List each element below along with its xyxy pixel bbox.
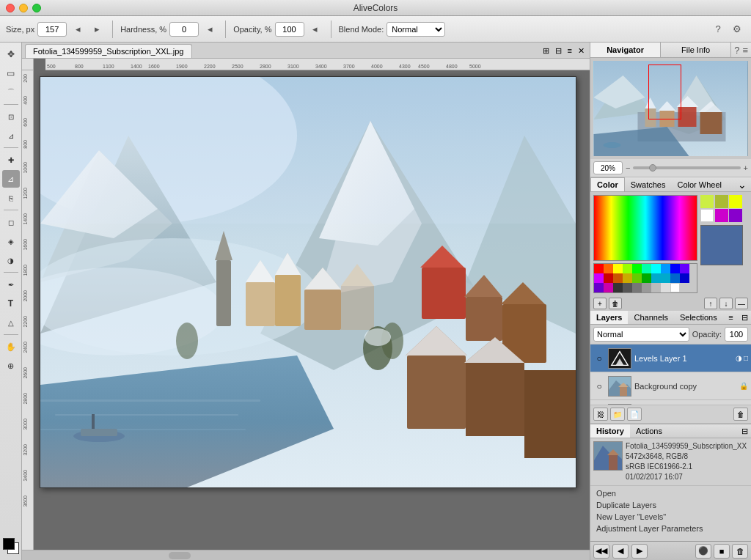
tab-navigator[interactable]: Navigator (590, 43, 661, 57)
zoom-slider-thumb[interactable] (649, 164, 656, 172)
layer-item-bg-copy[interactable]: ○ Background copy 🔒 (590, 372, 751, 400)
color-swatch[interactable] (632, 283, 642, 292)
zoom-tool[interactable]: ⊕ (2, 357, 20, 375)
hardness-icon[interactable]: ◂ (202, 21, 218, 37)
window-controls[interactable] (6, 4, 41, 12)
fill-tool[interactable]: ◈ (2, 232, 20, 250)
stop-record-button[interactable]: ■ (714, 544, 730, 559)
dodge-tool[interactable]: ◑ (2, 251, 20, 269)
hand-tool[interactable]: ✋ (2, 338, 20, 355)
canvas-menu-1[interactable]: ⊞ (541, 45, 552, 56)
zoom-slider[interactable] (633, 166, 740, 169)
mini-swatch[interactable] (729, 209, 742, 222)
canvas-close[interactable]: ✕ (576, 45, 587, 56)
color-swatch[interactable] (651, 264, 661, 273)
size-input[interactable] (37, 22, 67, 37)
color-swatch[interactable] (651, 283, 661, 292)
tab-selections[interactable]: Selections (674, 311, 723, 324)
layer-visibility-levels[interactable]: ○ (593, 353, 605, 364)
more-color-button[interactable]: — (735, 298, 748, 309)
shape-tool[interactable]: △ (2, 314, 20, 331)
canvas-viewport[interactable] (34, 70, 590, 550)
tab-file-info[interactable]: File Info (661, 43, 731, 57)
color-swatch[interactable] (632, 273, 642, 283)
color-swatch[interactable] (623, 283, 632, 292)
delete-history-button[interactable]: 🗑 (732, 544, 748, 559)
photo-canvas[interactable] (40, 77, 576, 487)
opacity-input[interactable] (275, 22, 304, 37)
opacity-icon[interactable]: ◂ (307, 21, 323, 37)
lasso-tool[interactable]: ⌒ (2, 84, 20, 101)
color-swatch[interactable] (604, 273, 613, 283)
size-decrease-icon[interactable]: ◂ (70, 21, 86, 37)
color-swatch[interactable] (594, 273, 604, 283)
history-item-duplicate[interactable]: Duplicate Layers (593, 499, 748, 511)
canvas-menu-3[interactable]: ≡ (565, 45, 574, 56)
zoom-input[interactable] (593, 161, 623, 174)
layer-visibility-bg-copy[interactable]: ○ (593, 380, 605, 392)
new-layer-button[interactable]: 📄 (627, 408, 642, 421)
color-swatch[interactable] (613, 273, 623, 283)
maximize-button[interactable] (32, 4, 41, 12)
minimize-button[interactable] (19, 4, 28, 12)
color-swatch[interactable] (670, 283, 680, 292)
color-swatch[interactable] (680, 264, 689, 273)
clone-tool[interactable]: ⎘ (2, 189, 20, 207)
layers-opacity-input[interactable] (725, 327, 748, 342)
pen-tool[interactable]: ✒ (2, 276, 20, 293)
color-swatch[interactable] (623, 273, 632, 283)
link-layers-button[interactable]: ⛓ (593, 408, 608, 421)
color-swatch-red[interactable] (594, 264, 604, 273)
import-color-button[interactable]: ↓ (719, 298, 733, 309)
history-item-new-layer[interactable]: New Layer "Levels" (593, 511, 748, 523)
hardness-input[interactable] (169, 22, 199, 37)
tab-color[interactable]: Color (590, 177, 625, 191)
eraser-tool[interactable]: ◻ (2, 213, 20, 231)
color-swatch[interactable] (642, 264, 651, 273)
canvas-menu-2[interactable]: ⊟ (553, 45, 564, 56)
playback-start-button[interactable]: ◀◀ (593, 544, 609, 559)
brush-tool[interactable]: ⊿ (2, 170, 20, 188)
selection-tool[interactable]: ▭ (2, 65, 20, 82)
color-swatch[interactable] (670, 264, 680, 273)
layers-blend-select[interactable]: Normal Multiply Screen Overlay (593, 327, 689, 342)
foreground-color-swatch[interactable] (3, 538, 15, 550)
layer-item-levels[interactable]: ○ Levels Layer 1 ◑ □ (590, 345, 751, 372)
move-tool[interactable]: ✥ (2, 45, 20, 63)
color-swatch[interactable] (613, 283, 623, 292)
color-swatch[interactable] (642, 283, 651, 292)
color-picker[interactable] (593, 195, 697, 261)
panel-menu-icon[interactable]: ≡ (742, 45, 748, 56)
color-swatch[interactable] (661, 273, 670, 283)
scrollbar-thumb[interactable] (169, 552, 191, 559)
delete-color-button[interactable]: 🗑 (609, 298, 622, 309)
help-icon[interactable]: ? (710, 21, 726, 37)
color-swatch[interactable] (604, 264, 613, 273)
canvas-tab[interactable]: Fotolia_134599959_Subscription_XXL.jpg (25, 44, 192, 58)
color-swatch[interactable] (642, 273, 651, 283)
eyedropper-tool[interactable]: ⊿ (2, 127, 20, 144)
question-icon[interactable]: ? (734, 45, 739, 56)
playback-back-button[interactable]: ◀ (612, 544, 629, 559)
color-swatch[interactable] (661, 264, 670, 273)
delete-layer-button[interactable]: 🗑 (733, 408, 748, 421)
export-color-button[interactable]: ↑ (704, 298, 717, 309)
horizontal-scrollbar[interactable] (22, 550, 590, 560)
mini-swatch[interactable] (700, 209, 714, 222)
tab-swatches[interactable]: Swatches (625, 178, 672, 191)
settings-icon[interactable]: ⚙ (729, 21, 745, 37)
history-menu-icon[interactable]: ⊟ (739, 427, 751, 436)
new-group-button[interactable]: 📁 (610, 408, 625, 421)
history-item-open[interactable]: Open (593, 487, 748, 499)
healing-tool[interactable]: ✚ (2, 151, 20, 169)
color-swatch[interactable] (623, 264, 632, 273)
mini-swatch[interactable] (715, 209, 728, 222)
color-swatch[interactable] (594, 283, 604, 292)
blend-mode-select[interactable]: Normal Dissolve Multiply Screen Overlay (387, 22, 445, 37)
tab-channels[interactable]: Channels (628, 311, 673, 324)
mini-swatch[interactable] (715, 195, 728, 208)
active-color-preview[interactable] (700, 225, 743, 265)
tab-layers[interactable]: Layers (590, 311, 628, 324)
color-swatch[interactable] (632, 264, 642, 273)
close-button[interactable] (6, 4, 15, 12)
